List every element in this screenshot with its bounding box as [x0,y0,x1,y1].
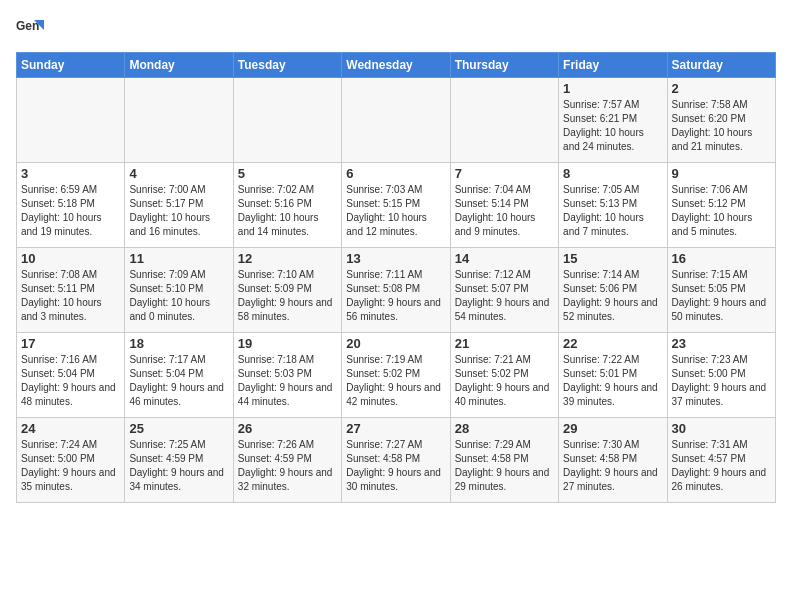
day-number: 13 [346,251,445,266]
day-number: 30 [672,421,771,436]
day-number: 19 [238,336,337,351]
day-info: Sunrise: 7:11 AM Sunset: 5:08 PM Dayligh… [346,268,445,324]
calendar-cell: 29Sunrise: 7:30 AM Sunset: 4:58 PM Dayli… [559,418,667,503]
calendar-cell: 9Sunrise: 7:06 AM Sunset: 5:12 PM Daylig… [667,163,775,248]
day-number: 29 [563,421,662,436]
day-number: 7 [455,166,554,181]
day-info: Sunrise: 7:09 AM Sunset: 5:10 PM Dayligh… [129,268,228,324]
day-number: 4 [129,166,228,181]
day-info: Sunrise: 7:10 AM Sunset: 5:09 PM Dayligh… [238,268,337,324]
day-number: 12 [238,251,337,266]
calendar-cell: 14Sunrise: 7:12 AM Sunset: 5:07 PM Dayli… [450,248,558,333]
day-info: Sunrise: 7:22 AM Sunset: 5:01 PM Dayligh… [563,353,662,409]
col-header-saturday: Saturday [667,53,775,78]
col-header-sunday: Sunday [17,53,125,78]
day-number: 24 [21,421,120,436]
day-info: Sunrise: 7:23 AM Sunset: 5:00 PM Dayligh… [672,353,771,409]
calendar-cell: 21Sunrise: 7:21 AM Sunset: 5:02 PM Dayli… [450,333,558,418]
day-number: 18 [129,336,228,351]
day-number: 21 [455,336,554,351]
calendar-cell: 11Sunrise: 7:09 AM Sunset: 5:10 PM Dayli… [125,248,233,333]
day-number: 20 [346,336,445,351]
calendar-cell: 5Sunrise: 7:02 AM Sunset: 5:16 PM Daylig… [233,163,341,248]
day-info: Sunrise: 7:12 AM Sunset: 5:07 PM Dayligh… [455,268,554,324]
col-header-tuesday: Tuesday [233,53,341,78]
calendar-cell: 26Sunrise: 7:26 AM Sunset: 4:59 PM Dayli… [233,418,341,503]
calendar-table: SundayMondayTuesdayWednesdayThursdayFrid… [16,52,776,503]
day-info: Sunrise: 7:06 AM Sunset: 5:12 PM Dayligh… [672,183,771,239]
day-number: 15 [563,251,662,266]
calendar-cell: 12Sunrise: 7:10 AM Sunset: 5:09 PM Dayli… [233,248,341,333]
calendar-cell: 27Sunrise: 7:27 AM Sunset: 4:58 PM Dayli… [342,418,450,503]
calendar-cell: 2Sunrise: 7:58 AM Sunset: 6:20 PM Daylig… [667,78,775,163]
calendar-cell: 8Sunrise: 7:05 AM Sunset: 5:13 PM Daylig… [559,163,667,248]
day-number: 14 [455,251,554,266]
calendar-cell: 23Sunrise: 7:23 AM Sunset: 5:00 PM Dayli… [667,333,775,418]
day-info: Sunrise: 7:24 AM Sunset: 5:00 PM Dayligh… [21,438,120,494]
day-info: Sunrise: 7:26 AM Sunset: 4:59 PM Dayligh… [238,438,337,494]
calendar-week-5: 24Sunrise: 7:24 AM Sunset: 5:00 PM Dayli… [17,418,776,503]
calendar-cell: 15Sunrise: 7:14 AM Sunset: 5:06 PM Dayli… [559,248,667,333]
day-info: Sunrise: 7:14 AM Sunset: 5:06 PM Dayligh… [563,268,662,324]
col-header-wednesday: Wednesday [342,53,450,78]
day-info: Sunrise: 7:27 AM Sunset: 4:58 PM Dayligh… [346,438,445,494]
day-info: Sunrise: 7:29 AM Sunset: 4:58 PM Dayligh… [455,438,554,494]
day-number: 11 [129,251,228,266]
calendar-cell: 7Sunrise: 7:04 AM Sunset: 5:14 PM Daylig… [450,163,558,248]
day-info: Sunrise: 7:05 AM Sunset: 5:13 PM Dayligh… [563,183,662,239]
calendar-cell: 24Sunrise: 7:24 AM Sunset: 5:00 PM Dayli… [17,418,125,503]
col-header-thursday: Thursday [450,53,558,78]
calendar-cell: 1Sunrise: 7:57 AM Sunset: 6:21 PM Daylig… [559,78,667,163]
day-info: Sunrise: 7:31 AM Sunset: 4:57 PM Dayligh… [672,438,771,494]
day-info: Sunrise: 7:21 AM Sunset: 5:02 PM Dayligh… [455,353,554,409]
day-number: 10 [21,251,120,266]
day-number: 1 [563,81,662,96]
calendar-cell: 30Sunrise: 7:31 AM Sunset: 4:57 PM Dayli… [667,418,775,503]
day-info: Sunrise: 7:08 AM Sunset: 5:11 PM Dayligh… [21,268,120,324]
day-number: 6 [346,166,445,181]
day-info: Sunrise: 7:02 AM Sunset: 5:16 PM Dayligh… [238,183,337,239]
day-info: Sunrise: 7:04 AM Sunset: 5:14 PM Dayligh… [455,183,554,239]
logo-icon: Gen [16,16,44,44]
calendar-week-4: 17Sunrise: 7:16 AM Sunset: 5:04 PM Dayli… [17,333,776,418]
day-info: Sunrise: 7:19 AM Sunset: 5:02 PM Dayligh… [346,353,445,409]
day-number: 5 [238,166,337,181]
calendar-cell: 6Sunrise: 7:03 AM Sunset: 5:15 PM Daylig… [342,163,450,248]
calendar-cell: 3Sunrise: 6:59 AM Sunset: 5:18 PM Daylig… [17,163,125,248]
calendar-cell: 10Sunrise: 7:08 AM Sunset: 5:11 PM Dayli… [17,248,125,333]
day-info: Sunrise: 7:30 AM Sunset: 4:58 PM Dayligh… [563,438,662,494]
day-number: 8 [563,166,662,181]
calendar-week-1: 1Sunrise: 7:57 AM Sunset: 6:21 PM Daylig… [17,78,776,163]
calendar-cell: 19Sunrise: 7:18 AM Sunset: 5:03 PM Dayli… [233,333,341,418]
calendar-cell: 28Sunrise: 7:29 AM Sunset: 4:58 PM Dayli… [450,418,558,503]
day-info: Sunrise: 7:18 AM Sunset: 5:03 PM Dayligh… [238,353,337,409]
day-number: 26 [238,421,337,436]
calendar-cell: 22Sunrise: 7:22 AM Sunset: 5:01 PM Dayli… [559,333,667,418]
day-number: 23 [672,336,771,351]
day-info: Sunrise: 7:16 AM Sunset: 5:04 PM Dayligh… [21,353,120,409]
day-info: Sunrise: 7:25 AM Sunset: 4:59 PM Dayligh… [129,438,228,494]
calendar-week-2: 3Sunrise: 6:59 AM Sunset: 5:18 PM Daylig… [17,163,776,248]
day-number: 25 [129,421,228,436]
calendar-cell [233,78,341,163]
day-number: 3 [21,166,120,181]
calendar-cell [17,78,125,163]
page-header: Gen [16,16,776,44]
calendar-header-row: SundayMondayTuesdayWednesdayThursdayFrid… [17,53,776,78]
day-number: 16 [672,251,771,266]
col-header-monday: Monday [125,53,233,78]
day-info: Sunrise: 7:15 AM Sunset: 5:05 PM Dayligh… [672,268,771,324]
day-number: 28 [455,421,554,436]
calendar-week-3: 10Sunrise: 7:08 AM Sunset: 5:11 PM Dayli… [17,248,776,333]
calendar-cell: 13Sunrise: 7:11 AM Sunset: 5:08 PM Dayli… [342,248,450,333]
calendar-cell: 20Sunrise: 7:19 AM Sunset: 5:02 PM Dayli… [342,333,450,418]
calendar-cell [450,78,558,163]
calendar-cell: 16Sunrise: 7:15 AM Sunset: 5:05 PM Dayli… [667,248,775,333]
day-info: Sunrise: 7:17 AM Sunset: 5:04 PM Dayligh… [129,353,228,409]
day-number: 27 [346,421,445,436]
day-info: Sunrise: 6:59 AM Sunset: 5:18 PM Dayligh… [21,183,120,239]
col-header-friday: Friday [559,53,667,78]
calendar-cell [125,78,233,163]
calendar-cell: 25Sunrise: 7:25 AM Sunset: 4:59 PM Dayli… [125,418,233,503]
day-number: 2 [672,81,771,96]
